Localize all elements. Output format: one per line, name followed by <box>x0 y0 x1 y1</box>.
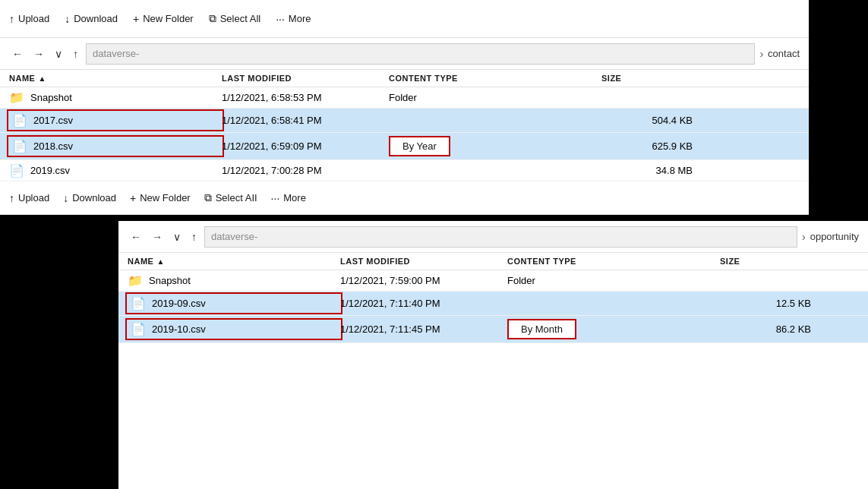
upload-button[interactable]: ↑ Upload <box>9 13 49 25</box>
file-size: 504.4 KB <box>601 115 693 126</box>
select-all-button-embedded[interactable]: ⧉ Select AII <box>204 191 257 204</box>
more-button-embedded[interactable]: ··· More <box>271 192 306 204</box>
download-button[interactable]: ↓ Download <box>65 13 118 25</box>
by-year-label: By Year <box>389 136 450 156</box>
top-address-bar: ← → ∨ ↑ › contact <box>0 38 809 70</box>
header-last-modified[interactable]: LAST MODIFIED <box>222 74 389 83</box>
file-modified: 1/12/2021, 6:58:53 PM <box>222 92 389 103</box>
header-content-type-bottom[interactable]: CONTENT TYPE <box>507 257 720 266</box>
down-button[interactable]: ∨ <box>52 46 65 62</box>
folder-icon: 📁 <box>128 273 143 288</box>
back-button-bottom[interactable]: ← <box>128 229 144 244</box>
by-month-label: By Month <box>507 319 576 339</box>
file-content-type: By Year <box>389 136 601 156</box>
file-size: 12.5 KB <box>720 298 811 309</box>
file-icon: 📄 <box>131 322 146 336</box>
file-icon: 📄 <box>9 163 24 178</box>
bottom-file-list-header: NAME ▲ LAST MODIFIED CONTENT TYPE SIZE <box>118 253 868 270</box>
bottom-file-list: 📁 Snapshot 1/12/2021, 7:59:00 PM Folder … <box>118 270 868 489</box>
top-panel: ↑ Upload ↓ Download + New Folder ⧉ Selec… <box>0 0 809 215</box>
download-icon: ↓ <box>65 13 70 25</box>
sort-icon: ▲ <box>38 74 46 83</box>
forward-button-bottom[interactable]: → <box>149 229 166 244</box>
file-size: 34.8 MB <box>601 165 693 176</box>
more-icon: ··· <box>271 192 280 204</box>
file-icon: 📄 <box>12 113 27 128</box>
select-all-button[interactable]: ⧉ Select All <box>209 12 260 25</box>
file-name-cell: 📄 2017.csv <box>9 112 222 129</box>
file-name: Snapshot <box>30 92 72 103</box>
header-last-modified-bottom[interactable]: LAST MODIFIED <box>340 257 507 266</box>
file-content-type: By Month <box>507 319 720 339</box>
table-row[interactable]: 📄 2019.csv 1/12/2021, 7:00:28 PM 34.8 MB <box>0 160 809 181</box>
more-button[interactable]: ··· More <box>276 13 311 25</box>
file-modified: 1/12/2021, 7:11:40 PM <box>340 298 507 309</box>
new-folder-button[interactable]: + New Folder <box>133 13 194 25</box>
back-button[interactable]: ← <box>9 46 26 62</box>
file-name: 2019-09.csv <box>152 298 206 309</box>
header-name[interactable]: NAME ▲ <box>9 74 222 83</box>
file-name: 2017.csv <box>33 115 73 126</box>
forward-button[interactable]: → <box>30 46 47 62</box>
header-size[interactable]: SIZE <box>601 74 693 83</box>
down-button-bottom[interactable]: ∨ <box>170 229 184 244</box>
file-name: 2019.csv <box>30 165 70 176</box>
file-modified: 1/12/2021, 6:59:09 PM <box>222 140 389 152</box>
address-folder: contact <box>768 48 800 59</box>
up-button-bottom[interactable]: ↑ <box>188 229 200 244</box>
file-name-cell: 📄 2019-09.csv <box>128 295 340 312</box>
address-folder-bottom: opportunity <box>810 231 859 242</box>
table-row[interactable]: 📄 2018.csv 1/12/2021, 6:59:09 PM By Year… <box>0 133 809 160</box>
download-button-embedded[interactable]: ↓ Download <box>63 192 116 204</box>
upload-icon: ↑ <box>9 13 14 25</box>
more-icon: ··· <box>276 13 285 25</box>
top-file-list-header: NAME ▲ LAST MODIFIED CONTENT TYPE SIZE <box>0 70 809 87</box>
bottom-panel: ← → ∨ ↑ › opportunity NAME ▲ LAST MODIFI… <box>118 221 868 489</box>
address-input-bottom[interactable] <box>204 226 797 248</box>
file-modified: 1/12/2021, 7:00:28 PM <box>222 165 389 176</box>
black-right-bar <box>809 0 868 215</box>
file-icon: 📄 <box>131 296 146 311</box>
embedded-toolbar: ↑ Upload ↓ Download + New Folder ⧉ Selec… <box>0 181 809 215</box>
file-name-cell: 📄 2019-10.csv <box>128 320 340 338</box>
upload-button-embedded[interactable]: ↑ Upload <box>9 192 49 204</box>
file-modified: 1/12/2021, 7:59:00 PM <box>340 275 507 286</box>
bottom-address-bar: ← → ∨ ↑ › opportunity <box>118 221 868 253</box>
file-modified: 1/12/2021, 6:58:41 PM <box>222 115 389 126</box>
new-folder-icon: + <box>130 192 136 204</box>
select-all-icon: ⧉ <box>209 12 216 25</box>
file-modified: 1/12/2021, 7:11:45 PM <box>340 323 507 335</box>
new-folder-button-embedded[interactable]: + New Folder <box>130 192 191 204</box>
header-content-type[interactable]: CONTENT TYPE <box>389 74 601 83</box>
address-separator: › <box>759 48 763 60</box>
upload-icon: ↑ <box>9 192 14 204</box>
header-name-bottom[interactable]: NAME ▲ <box>128 257 340 266</box>
table-row[interactable]: 📄 2017.csv 1/12/2021, 6:58:41 PM 504.4 K… <box>0 109 809 133</box>
download-icon: ↓ <box>63 192 68 204</box>
file-size: 625.9 KB <box>601 140 693 152</box>
up-button[interactable]: ↑ <box>70 46 81 62</box>
table-row[interactable]: 📁 Snapshot 1/12/2021, 7:59:00 PM Folder <box>118 270 868 292</box>
file-icon: 📄 <box>12 139 27 153</box>
file-name-cell: 📄 2019.csv <box>9 163 222 178</box>
top-file-list: 📁 Snapshot 1/12/2021, 6:58:53 PM Folder … <box>0 87 809 215</box>
file-name: Snapshot <box>149 275 191 286</box>
address-input[interactable] <box>86 43 755 65</box>
new-folder-icon: + <box>133 13 139 25</box>
address-separator-bottom: › <box>802 231 806 243</box>
file-name: 2018.csv <box>33 140 73 152</box>
black-left-bar <box>0 215 59 489</box>
header-size-bottom[interactable]: SIZE <box>720 257 811 266</box>
file-size: 86.2 KB <box>720 323 811 335</box>
table-row[interactable]: 📁 Snapshot 1/12/2021, 6:58:53 PM Folder <box>0 87 809 109</box>
folder-icon: 📁 <box>9 90 24 105</box>
file-content-type: Folder <box>507 275 720 286</box>
file-name-cell: 📄 2018.csv <box>9 137 222 155</box>
table-row[interactable]: 📄 2019-09.csv 1/12/2021, 7:11:40 PM 12.5… <box>118 292 868 316</box>
file-name: 2019-10.csv <box>152 323 206 335</box>
sort-icon-bottom: ▲ <box>156 257 164 266</box>
top-toolbar: ↑ Upload ↓ Download + New Folder ⧉ Selec… <box>0 0 809 38</box>
table-row[interactable]: 📄 2019-10.csv 1/12/2021, 7:11:45 PM By M… <box>118 316 868 343</box>
file-name-cell: 📁 Snapshot <box>128 273 340 288</box>
file-content-type: Folder <box>389 92 601 103</box>
